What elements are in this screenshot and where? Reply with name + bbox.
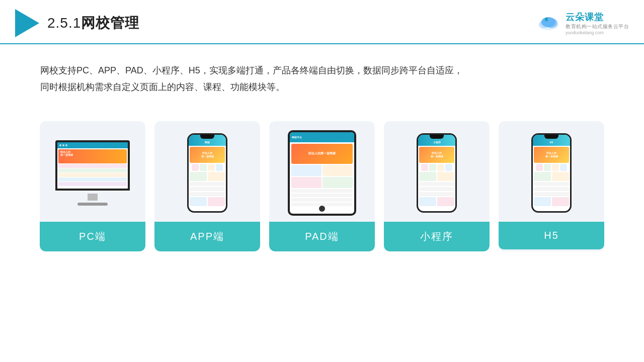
brand-text-block: 云朵课堂 教育机构一站式服务云平台 yunduoketang.com xyxy=(566,11,629,35)
tablet-pad-icon: 网校平台 职达人的第一堂网课 xyxy=(288,130,356,216)
card-h5-image: H5 职达人的第一堂网课 xyxy=(499,121,604,222)
phone-app-icon: 网校 职达人的第一堂网课 xyxy=(187,133,227,213)
section-number: 2.5.1 xyxy=(47,15,81,31)
description-text: 网校支持PC、APP、PAD、小程序、H5，实现多端打通，产品各终端自由切换，数… xyxy=(0,44,503,106)
card-h5-label: H5 xyxy=(499,222,604,249)
cards-row: 职达人的第一堂网课 xyxy=(0,111,644,261)
card-miniapp-label: 小程序 xyxy=(384,222,490,251)
brand-url: yunduoketang.com xyxy=(566,30,604,35)
card-pc: 职达人的第一堂网课 xyxy=(40,121,145,251)
pc-monitor-icon: 职达人的第一堂网课 xyxy=(52,140,133,206)
card-app-label: APP端 xyxy=(154,222,260,251)
card-h5: H5 职达人的第一堂网课 xyxy=(499,121,604,251)
card-miniapp-image: 小程序 职达人的第一堂网课 xyxy=(384,121,490,222)
svg-point-3 xyxy=(541,17,555,27)
card-app: 网校 职达人的第一堂网课 xyxy=(154,121,260,251)
svg-point-4 xyxy=(545,18,548,21)
page-header: 2.5.1网校管理 云朵课堂 教育机构一站式服务云平台 yunduoketang… xyxy=(0,0,644,44)
card-pc-label: PC端 xyxy=(40,222,145,251)
card-pc-image: 职达人的第一堂网课 xyxy=(40,121,145,222)
brand-tagline: 教育机构一站式服务云平台 xyxy=(566,23,629,30)
logo-triangle-icon xyxy=(15,9,39,37)
header-left: 2.5.1网校管理 xyxy=(15,9,139,37)
card-miniapp: 小程序 职达人的第一堂网课 xyxy=(384,121,490,251)
card-app-image: 网校 职达人的第一堂网课 xyxy=(154,121,260,222)
card-pad: 网校平台 职达人的第一堂网课 xyxy=(269,121,375,251)
phone-miniapp-icon: 小程序 职达人的第一堂网课 xyxy=(417,133,457,213)
brand-logo: 云朵课堂 教育机构一站式服务云平台 yunduoketang.com xyxy=(535,11,629,35)
page-title: 2.5.1网校管理 xyxy=(47,14,139,33)
card-pad-label: PAD端 xyxy=(269,222,375,251)
brand-name: 云朵课堂 xyxy=(566,11,604,23)
phone-h5-icon: H5 职达人的第一堂网课 xyxy=(531,133,572,213)
cloud-icon xyxy=(535,13,561,33)
card-pad-image: 网校平台 职达人的第一堂网课 xyxy=(269,121,375,222)
